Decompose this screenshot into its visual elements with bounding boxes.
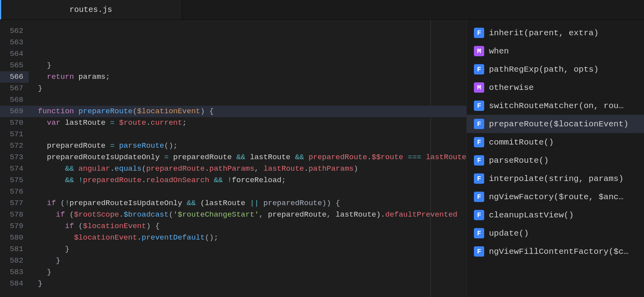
line-number: 578 <box>0 209 23 221</box>
outline-label: prepareRoute($locationEvent) <box>489 120 629 129</box>
outline-label: interpolate(string, params) <box>489 174 623 183</box>
code-line[interactable]: function prepareRoute($locationEvent) { <box>29 106 466 117</box>
line-number: 566 <box>0 71 29 83</box>
line-number: 563 <box>0 37 23 48</box>
tab-label: routes.js <box>69 5 112 14</box>
code-line[interactable] <box>29 129 466 140</box>
code-line[interactable]: var lastRoute = $route.current; <box>29 117 466 129</box>
function-icon: F <box>474 137 484 147</box>
line-number: 582 <box>0 255 23 267</box>
line-number: 562 <box>0 25 23 37</box>
line-number: 567 <box>0 83 23 94</box>
line-number: 564 <box>0 48 23 60</box>
outline-symbol[interactable]: FcommitRoute() <box>467 133 644 151</box>
outline-label: parseRoute() <box>489 156 549 165</box>
line-number: 569 <box>0 106 23 117</box>
code-line[interactable]: } <box>29 255 466 267</box>
code-line[interactable] <box>29 289 466 297</box>
line-number: 579 <box>0 221 23 232</box>
outline-symbol[interactable]: FngViewFactory($route, $anc… <box>467 188 644 206</box>
outline-symbol[interactable]: Mwhen <box>467 42 644 60</box>
code-line[interactable]: && angular.equals(preparedRoute.pathPara… <box>29 163 466 175</box>
function-icon: F <box>474 192 484 202</box>
code-line[interactable]: $locationEvent.preventDefault(); <box>29 232 466 244</box>
outline-label: update() <box>489 229 529 238</box>
code-line[interactable]: && !preparedRoute.reloadOnSearch && !for… <box>29 175 466 186</box>
line-number: 573 <box>0 152 23 163</box>
outline-symbol[interactable]: FpathRegExp(path, opts) <box>467 60 644 78</box>
function-icon: F <box>474 228 484 238</box>
outline-symbol[interactable]: Finterpolate(string, params) <box>467 169 644 188</box>
code-line[interactable]: } <box>29 244 466 255</box>
line-number: 584 <box>0 278 23 289</box>
outline-symbol[interactable]: FprepareRoute($locationEvent) <box>467 115 644 133</box>
outline-label: ngViewFactory($route, $anc… <box>489 192 623 202</box>
code-line[interactable] <box>29 186 466 198</box>
line-number-gutter: 5625635645655665675685695705715725735745… <box>0 20 29 297</box>
outline-symbol[interactable]: FngViewFillContentFactory($c… <box>467 242 644 261</box>
line-number: 581 <box>0 244 23 255</box>
line-number: 580 <box>0 232 23 244</box>
method-icon: M <box>474 46 484 56</box>
line-number: 576 <box>0 186 23 198</box>
function-icon: F <box>474 101 484 111</box>
function-icon: F <box>474 173 484 184</box>
code-line[interactable]: preparedRoute = parseRoute(); <box>29 140 466 152</box>
code-line[interactable]: if (!preparedRouteIsUpdateOnly && (lastR… <box>29 198 466 209</box>
code-line[interactable]: if ($rootScope.$broadcast('$routeChangeS… <box>29 209 466 221</box>
active-tab-indicator <box>0 0 1 19</box>
outline-symbol[interactable]: Fupdate() <box>467 224 644 242</box>
function-icon: F <box>474 28 484 38</box>
code-line[interactable]: } <box>29 83 466 94</box>
line-number: 571 <box>0 129 23 140</box>
function-icon: F <box>474 210 484 220</box>
line-number: 575 <box>0 175 23 186</box>
outline-symbol[interactable]: FcleanupLastView() <box>467 206 644 224</box>
code-editor[interactable]: 5625635645655665675685695705715725735745… <box>0 20 467 297</box>
tab-bar: routes.js <box>0 0 644 20</box>
outline-label: ngViewFillContentFactory($c… <box>489 247 629 256</box>
function-icon: F <box>474 155 484 166</box>
outline-label: cleanupLastView() <box>489 211 574 220</box>
tab-routes-js[interactable]: routes.js <box>0 0 182 19</box>
outline-label: when <box>489 47 509 56</box>
line-number: 570 <box>0 117 23 129</box>
code-line[interactable]: if ($locationEvent) { <box>29 221 466 232</box>
line-number: 583 <box>0 267 23 278</box>
code-content[interactable]: } return params; } function prepareRoute… <box>29 20 466 297</box>
outline-label: pathRegExp(path, opts) <box>489 65 599 74</box>
function-icon: F <box>474 246 484 257</box>
line-number: 574 <box>0 163 23 175</box>
outline-label: inherit(parent, extra) <box>489 29 599 38</box>
line-number: 565 <box>0 60 23 71</box>
outline-symbol[interactable]: Finherit(parent, extra) <box>467 24 644 42</box>
code-line[interactable]: return params; <box>29 71 466 83</box>
code-line[interactable]: preparedRouteIsUpdateOnly = preparedRout… <box>29 152 466 163</box>
line-number: 572 <box>0 140 23 152</box>
main-area: 5625635645655665675685695705715725735745… <box>0 20 644 297</box>
code-line[interactable]: } <box>29 267 466 278</box>
outline-label: otherwise <box>489 83 534 92</box>
function-icon: F <box>474 119 484 129</box>
outline-symbol[interactable]: FswitchRouteMatcher(on, rou… <box>467 97 644 115</box>
symbol-outline[interactable]: Finherit(parent, extra)MwhenFpathRegExp(… <box>467 20 644 297</box>
outline-symbol[interactable]: Motherwise <box>467 78 644 97</box>
code-line[interactable]: } <box>29 60 466 71</box>
method-icon: M <box>474 82 484 93</box>
outline-label: switchRouteMatcher(on, rou… <box>489 101 623 110</box>
line-number: 577 <box>0 198 23 209</box>
line-number: 568 <box>0 94 23 106</box>
outline-symbol[interactable]: FparseRoute() <box>467 151 644 169</box>
code-line[interactable]: } <box>29 278 466 289</box>
code-line[interactable] <box>29 94 466 106</box>
outline-label: commitRoute() <box>489 138 554 147</box>
function-icon: F <box>474 64 484 74</box>
